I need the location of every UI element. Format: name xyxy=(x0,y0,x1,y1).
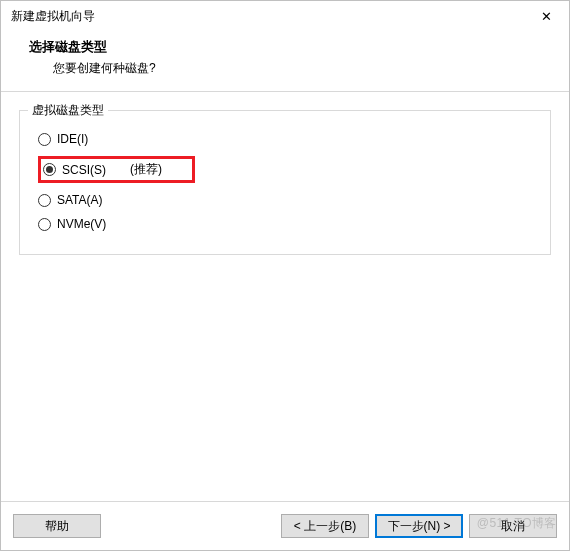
help-button[interactable]: 帮助 xyxy=(13,514,101,538)
wizard-header: 选择磁盘类型 您要创建何种磁盘? xyxy=(1,31,569,92)
window-title: 新建虚拟机向导 xyxy=(11,8,95,25)
page-subtitle: 您要创建何种磁盘? xyxy=(29,60,541,77)
radio-icon xyxy=(38,133,51,146)
page-title: 选择磁盘类型 xyxy=(29,39,541,56)
disk-type-group: 虚拟磁盘类型 IDE(I) SCSI(S) (推荐) SATA(A) NVMe(… xyxy=(19,110,551,255)
radio-option-sata[interactable]: SATA(A) xyxy=(34,188,536,212)
cancel-button[interactable]: 取消 xyxy=(469,514,557,538)
wizard-content: 虚拟磁盘类型 IDE(I) SCSI(S) (推荐) SATA(A) NVMe(… xyxy=(1,92,569,255)
radio-label: IDE(I) xyxy=(57,132,88,146)
close-icon[interactable]: ✕ xyxy=(533,6,559,26)
wizard-footer: 帮助 < 上一步(B) 下一步(N) > 取消 xyxy=(1,501,569,550)
radio-label: NVMe(V) xyxy=(57,217,106,231)
radio-icon xyxy=(38,194,51,207)
radio-icon xyxy=(38,218,51,231)
group-label: 虚拟磁盘类型 xyxy=(28,102,108,119)
radio-option-ide[interactable]: IDE(I) xyxy=(34,127,536,151)
radio-label: SCSI(S) xyxy=(62,163,106,177)
highlight-box: SCSI(S) (推荐) xyxy=(38,156,195,183)
radio-icon xyxy=(43,163,56,176)
back-button[interactable]: < 上一步(B) xyxy=(281,514,369,538)
titlebar: 新建虚拟机向导 ✕ xyxy=(1,1,569,31)
radio-option-nvme[interactable]: NVMe(V) xyxy=(34,212,536,236)
radio-label: SATA(A) xyxy=(57,193,103,207)
next-button[interactable]: 下一步(N) > xyxy=(375,514,463,538)
radio-option-scsi[interactable]: SCSI(S) (推荐) xyxy=(34,151,536,188)
recommended-label: (推荐) xyxy=(130,161,162,178)
